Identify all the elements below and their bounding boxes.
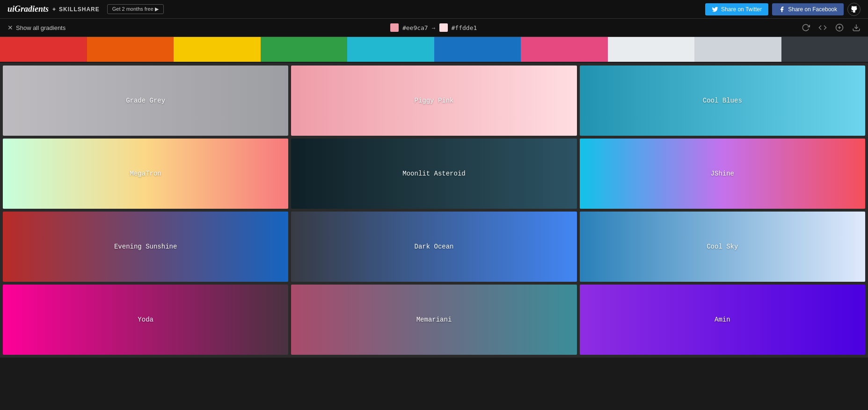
gradient-card-label: Yoda: [138, 316, 153, 323]
gradient-card[interactable]: Amin: [580, 285, 865, 355]
gradient-card[interactable]: JShine: [580, 139, 865, 209]
color-filter-pink[interactable]: [521, 37, 608, 62]
toolbar-icons: [802, 23, 861, 32]
arrow-separator: →: [432, 24, 436, 31]
gradient-card[interactable]: Dark Ocean: [291, 212, 576, 282]
color1-hex: #ee9ca7: [402, 24, 428, 31]
plus-sign: +: [52, 6, 56, 13]
github-button[interactable]: [847, 3, 861, 16]
add-icon[interactable]: [835, 23, 844, 32]
color-filter-yellow[interactable]: [174, 37, 261, 62]
gradient-card[interactable]: Yoda: [3, 285, 288, 355]
color-filter-orange[interactable]: [87, 37, 174, 62]
gradient-card-label: Dark Ocean: [414, 243, 453, 250]
close-icon: ✕: [7, 24, 13, 31]
gradient-card-label: Amin: [715, 316, 730, 323]
color-filter-lightgray[interactable]: [694, 37, 781, 62]
gradient-card[interactable]: Cool Sky: [580, 212, 865, 282]
facebook-icon: [779, 6, 785, 13]
filter-bar: ✕ Show all gradients #ee9ca7 → #ffdde1: [0, 19, 868, 37]
header: uiGradients + SKILLSHARE Get 2 months fr…: [0, 0, 868, 19]
share-facebook-button[interactable]: Share on Facebook: [772, 3, 844, 15]
gradient-card-label: Memariani: [416, 316, 452, 323]
color-preview: #ee9ca7 → #ffdde1: [390, 23, 477, 32]
color-filter-cyan[interactable]: [347, 37, 434, 62]
color-filter-strip: [0, 37, 868, 63]
gradient-card-label: Cool Sky: [707, 243, 738, 250]
promo-button[interactable]: Get 2 months free ▶: [107, 4, 164, 14]
gradient-card-label: MegaTron: [130, 170, 161, 177]
gradient-card[interactable]: Piggy Pink: [291, 66, 576, 136]
gradient-card-label: Moonlit Asteroid: [402, 170, 465, 177]
gradient-card[interactable]: Memariani: [291, 285, 576, 355]
color-filter-blue[interactable]: [434, 37, 521, 62]
show-all-button[interactable]: ✕ Show all gradients: [7, 24, 66, 31]
github-icon: [850, 6, 858, 13]
gradient-card[interactable]: MegaTron: [3, 139, 288, 209]
skillshare-promo: + SKILLSHARE Get 2 months free ▶: [52, 4, 164, 14]
gradient-card[interactable]: Cool Blues: [580, 66, 865, 136]
gradient-card[interactable]: Moonlit Asteroid: [291, 139, 576, 209]
gradient-card-label: Piggy Pink: [414, 97, 453, 104]
gradient-grid: Grade GreyPiggy PinkCool BluesMegaTronMo…: [0, 63, 868, 358]
color2-hex: #ffdde1: [452, 24, 477, 31]
skillshare-label: SKILLSHARE: [59, 6, 100, 13]
color-filter-darkgray[interactable]: [781, 37, 868, 62]
gradient-card[interactable]: Grade Grey: [3, 66, 288, 136]
color2-swatch: [439, 23, 448, 32]
gradient-card-label: Evening Sunshine: [114, 243, 177, 250]
code-icon[interactable]: [818, 23, 827, 32]
download-icon[interactable]: [852, 23, 861, 32]
refresh-icon[interactable]: [802, 23, 810, 32]
gradient-card-label: Grade Grey: [126, 97, 165, 104]
color1-swatch: [390, 23, 399, 32]
color-filter-green[interactable]: [261, 37, 348, 62]
twitter-icon: [712, 6, 718, 13]
gradient-card[interactable]: Evening Sunshine: [3, 212, 288, 282]
color-filter-white[interactable]: [608, 37, 695, 62]
color-filter-red[interactable]: [0, 37, 87, 62]
header-actions: Share on Twitter Share on Facebook: [705, 3, 861, 16]
gradient-card-label: JShine: [711, 170, 734, 177]
gradient-card-label: Cool Blues: [703, 97, 742, 104]
share-twitter-button[interactable]: Share on Twitter: [705, 3, 768, 15]
logo: uiGradients: [7, 4, 49, 14]
